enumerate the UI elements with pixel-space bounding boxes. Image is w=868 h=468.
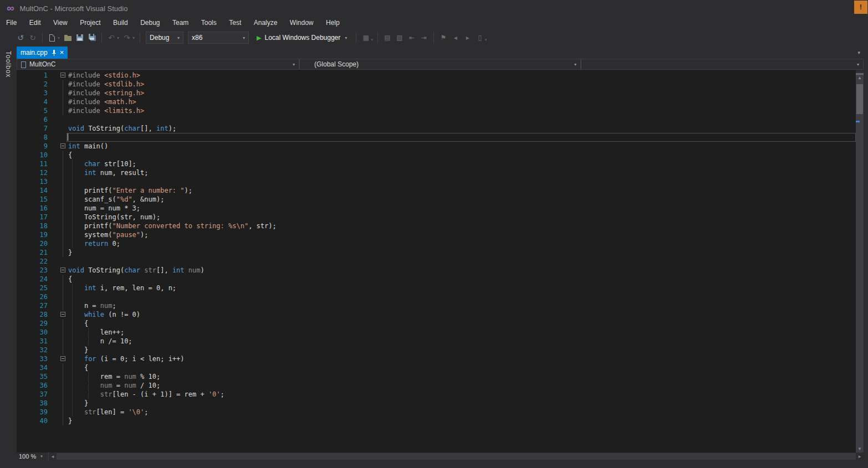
code-text[interactable]: n = num; bbox=[67, 301, 856, 310]
fold-margin[interactable]: − bbox=[48, 310, 67, 319]
line-number[interactable]: 15 bbox=[17, 195, 48, 204]
line-number[interactable]: 24 bbox=[17, 275, 48, 284]
code-line[interactable]: 23−void ToString(char str[], int num) bbox=[17, 266, 856, 275]
code-text[interactable]: printf("Number converted to string: %s\n… bbox=[67, 222, 856, 230]
code-line[interactable]: 17 ToString(str, num); bbox=[17, 213, 856, 222]
solution-configurations-select[interactable]: Debug ▾ bbox=[146, 32, 183, 44]
redo-icon[interactable]: ↷ bbox=[122, 32, 132, 44]
code-line[interactable]: 14 printf("Enter a number: "); bbox=[17, 186, 856, 195]
code-text[interactable]: ToString(str, num); bbox=[67, 213, 856, 222]
code-line[interactable]: 15 scanf_s("%d", &num); bbox=[17, 195, 856, 204]
code-text[interactable]: str[len - (i + 1)] = rem + '0'; bbox=[67, 390, 856, 399]
line-number[interactable]: 9 bbox=[17, 142, 48, 151]
code-text[interactable]: { bbox=[67, 151, 856, 160]
collapse-icon[interactable]: − bbox=[60, 312, 65, 317]
code-text[interactable]: #include <string.h> bbox=[67, 89, 856, 97]
line-number[interactable]: 18 bbox=[17, 222, 48, 230]
code-text[interactable]: } bbox=[67, 346, 856, 354]
fold-margin[interactable]: − bbox=[48, 71, 67, 80]
code-line[interactable]: 10{ bbox=[17, 151, 856, 160]
menu-item-help[interactable]: Help bbox=[321, 17, 345, 29]
line-number[interactable]: 38 bbox=[17, 399, 48, 408]
collapse-icon[interactable]: − bbox=[60, 73, 65, 78]
redo-dropdown-icon[interactable]: ▾ bbox=[132, 35, 135, 40]
menu-item-window[interactable]: Window bbox=[285, 17, 319, 29]
code-line[interactable]: 28− while (n != 0) bbox=[17, 310, 856, 319]
code-text[interactable]: { bbox=[67, 319, 856, 328]
code-text[interactable] bbox=[67, 133, 856, 142]
line-number[interactable]: 36 bbox=[17, 381, 48, 390]
line-number[interactable]: 4 bbox=[17, 97, 48, 106]
menu-item-edit[interactable]: Edit bbox=[24, 17, 46, 29]
code-line[interactable]: 20 return 0; bbox=[17, 239, 856, 248]
tab-main-cpp[interactable]: main.cpp × bbox=[17, 47, 68, 59]
code-line[interactable]: 8 bbox=[17, 133, 856, 142]
prev-bookmark-icon[interactable]: ◂ bbox=[451, 32, 461, 44]
vertical-scrollbar[interactable]: ▲ ▼ bbox=[856, 70, 864, 452]
line-number[interactable]: 13 bbox=[17, 177, 48, 186]
code-line[interactable]: 31 n /= 10; bbox=[17, 337, 856, 346]
code-text[interactable]: system("pause"); bbox=[67, 230, 856, 239]
code-editor[interactable]: 1−#include <stdio.h>2#include <stdlib.h>… bbox=[17, 70, 856, 452]
line-number[interactable]: 29 bbox=[17, 319, 48, 328]
fold-margin[interactable]: − bbox=[48, 142, 67, 151]
code-line[interactable]: 9−int main() bbox=[17, 142, 856, 151]
line-number[interactable]: 2 bbox=[17, 80, 48, 89]
code-line[interactable]: 25 int i, rem, len = 0, n; bbox=[17, 284, 856, 292]
code-text[interactable]: scanf_s("%d", &num); bbox=[67, 195, 856, 204]
menu-item-view[interactable]: View bbox=[48, 17, 73, 29]
code-line[interactable]: 2#include <stdlib.h> bbox=[17, 80, 856, 89]
sidebar-item-toolbox[interactable]: Toolbox bbox=[4, 51, 12, 78]
bookmark-dropdown-icon[interactable]: ▾ bbox=[485, 38, 487, 42]
code-line[interactable]: 39 str[len] = '\0'; bbox=[17, 408, 856, 416]
code-line[interactable]: 33− for (i = 0; i < len; i++) bbox=[17, 354, 856, 363]
line-number[interactable]: 12 bbox=[17, 168, 48, 177]
line-number[interactable]: 19 bbox=[17, 230, 48, 239]
uncomment-icon[interactable]: ▧ bbox=[395, 32, 405, 44]
toggle-bookmark-icon[interactable]: ⚑ bbox=[438, 32, 448, 44]
code-text[interactable]: while (n != 0) bbox=[67, 310, 856, 319]
start-debugging-button[interactable]: ▶ Local Windows Debugger ▾ bbox=[253, 32, 350, 44]
code-text[interactable]: #include <math.h> bbox=[67, 97, 856, 106]
line-number[interactable]: 1 bbox=[17, 71, 48, 80]
line-number[interactable]: 16 bbox=[17, 204, 48, 213]
line-number[interactable]: 23 bbox=[17, 266, 48, 275]
line-number[interactable]: 37 bbox=[17, 390, 48, 399]
code-text[interactable]: { bbox=[67, 363, 856, 372]
code-line[interactable]: 35 rem = num % 10; bbox=[17, 372, 856, 381]
line-number[interactable]: 33 bbox=[17, 354, 48, 363]
code-text[interactable]: } bbox=[67, 248, 856, 257]
increase-indent-icon[interactable]: ⇥ bbox=[419, 32, 429, 44]
code-text[interactable]: num = num * 3; bbox=[67, 204, 856, 213]
collapse-icon[interactable]: − bbox=[60, 356, 65, 361]
code-line[interactable]: 21} bbox=[17, 248, 856, 257]
new-file-icon[interactable] bbox=[47, 32, 57, 44]
line-number[interactable]: 20 bbox=[17, 239, 48, 248]
code-line[interactable]: 18 printf("Number converted to string: %… bbox=[17, 222, 856, 230]
line-number[interactable]: 25 bbox=[17, 284, 48, 292]
clear-bookmarks-icon[interactable]: ▯ bbox=[475, 32, 485, 44]
code-line[interactable]: 11 char str[10]; bbox=[17, 160, 856, 168]
code-text[interactable]: #include <stdio.h> bbox=[67, 71, 856, 80]
code-line[interactable]: 4#include <math.h> bbox=[17, 97, 856, 106]
code-text[interactable]: int num, result; bbox=[67, 168, 856, 177]
member-list-icon[interactable]: ▦ bbox=[361, 32, 371, 44]
code-line[interactable]: 34 { bbox=[17, 363, 856, 372]
code-line[interactable]: 6 bbox=[17, 115, 856, 124]
code-line[interactable]: 12 int num, result; bbox=[17, 168, 856, 177]
code-text[interactable]: len++; bbox=[67, 328, 856, 337]
code-line[interactable]: 7void ToString(char[], int); bbox=[17, 124, 856, 133]
save-all-icon[interactable] bbox=[87, 32, 97, 44]
code-text[interactable]: char str[10]; bbox=[67, 160, 856, 168]
zoom-control[interactable]: 100 % ▾ bbox=[17, 452, 49, 460]
code-text[interactable]: str[len] = '\0'; bbox=[67, 408, 856, 416]
code-text[interactable]: { bbox=[67, 275, 856, 284]
collapse-icon[interactable]: − bbox=[60, 143, 65, 148]
menu-item-file[interactable]: File bbox=[1, 17, 22, 29]
horizontal-scrollbar-thumb[interactable] bbox=[57, 453, 856, 460]
code-text[interactable]: rem = num % 10; bbox=[67, 372, 856, 381]
code-line[interactable]: 13 bbox=[17, 177, 856, 186]
code-line[interactable]: 16 num = num * 3; bbox=[17, 204, 856, 213]
scroll-up-icon[interactable]: ▲ bbox=[856, 75, 864, 81]
menu-item-team[interactable]: Team bbox=[167, 17, 193, 29]
